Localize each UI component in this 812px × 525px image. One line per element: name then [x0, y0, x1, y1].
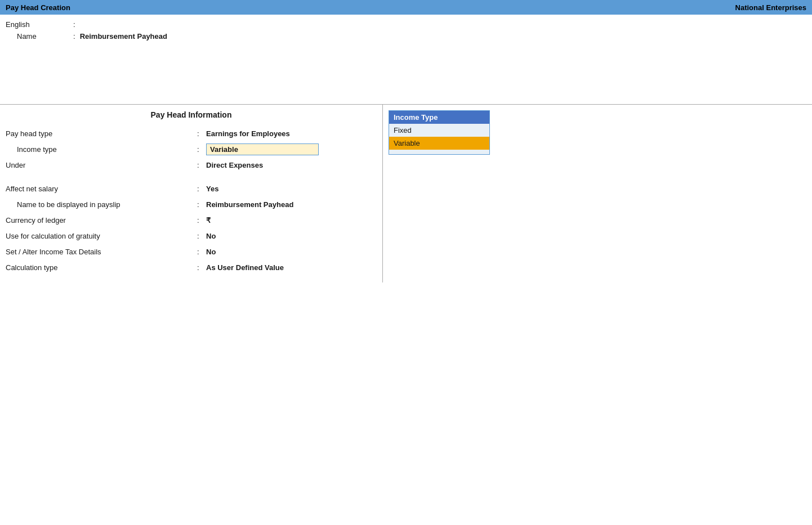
- income-type-label: Income type: [6, 145, 197, 154]
- under-colon: :: [197, 161, 206, 169]
- income-tax-colon: :: [197, 248, 206, 256]
- title-bar-title: Pay Head Creation: [6, 3, 70, 12]
- under-row: Under : Direct Expenses: [6, 159, 377, 171]
- income-type-value[interactable]: Variable: [206, 143, 319, 155]
- right-panel: Income Type Fixed Variable: [383, 105, 812, 282]
- gratuity-value: No: [206, 232, 216, 240]
- pay-head-type-colon: :: [197, 129, 206, 138]
- payslip-name-value: Reimbursement Payhead: [206, 200, 293, 209]
- income-tax-value: No: [206, 248, 216, 256]
- currency-label: Currency of ledger: [6, 216, 197, 225]
- name-colon: :: [73, 32, 75, 41]
- currency-value: ₹: [206, 216, 211, 225]
- income-type-dropdown[interactable]: Income Type Fixed Variable: [389, 110, 490, 155]
- calculation-type-colon: :: [197, 263, 206, 272]
- language-label: English: [6, 20, 73, 29]
- income-type-row[interactable]: Income type : Variable: [6, 143, 377, 155]
- affect-net-salary-label: Affect net salary: [6, 185, 197, 193]
- dropdown-header: Income Type: [389, 111, 489, 124]
- calculation-type-label: Calculation type: [6, 263, 197, 272]
- language-row: English :: [6, 20, 806, 29]
- income-tax-row: Set / Alter Income Tax Details : No: [6, 245, 377, 258]
- payslip-name-label: Name to be displayed in payslip: [6, 200, 197, 209]
- pay-head-type-label: Pay head type: [6, 129, 197, 138]
- affect-net-salary-value: Yes: [206, 185, 218, 193]
- title-bar: Pay Head Creation National Enterprises: [0, 0, 812, 15]
- dropdown-item-fixed[interactable]: Fixed: [389, 124, 489, 137]
- affect-net-salary-row: Affect net salary : Yes: [6, 182, 377, 195]
- dropdown-spacer: [389, 150, 489, 154]
- income-tax-label: Set / Alter Income Tax Details: [6, 248, 197, 256]
- name-row: Name : Reimbursement Payhead: [6, 32, 806, 41]
- calculation-type-row: Calculation type : As User Defined Value: [6, 261, 377, 273]
- pay-head-type-value: Earnings for Employees: [206, 129, 290, 138]
- gratuity-colon: :: [197, 232, 206, 240]
- payslip-name-colon: :: [197, 200, 206, 209]
- gratuity-label: Use for calculation of gratuity: [6, 232, 197, 240]
- under-value: Direct Expenses: [206, 161, 263, 169]
- payslip-name-row: Name to be displayed in payslip : Reimbu…: [6, 198, 377, 210]
- calculation-type-value: As User Defined Value: [206, 263, 284, 272]
- name-label: Name: [6, 32, 73, 41]
- currency-colon: :: [197, 216, 206, 225]
- dropdown-item-variable[interactable]: Variable: [389, 137, 489, 150]
- currency-row: Currency of ledger : ₹: [6, 214, 377, 226]
- top-section: English : Name : Reimbursement Payhead: [0, 15, 812, 105]
- pay-head-type-row: Pay head type : Earnings for Employees: [6, 127, 377, 140]
- under-label: Under: [6, 161, 197, 169]
- main-section: Pay Head Information Pay head type : Ear…: [0, 105, 812, 282]
- title-bar-company: National Enterprises: [735, 3, 806, 12]
- language-colon: :: [73, 20, 75, 29]
- spacer1: [6, 174, 377, 182]
- name-value: Reimbursement Payhead: [80, 32, 167, 41]
- left-panel: Pay Head Information Pay head type : Ear…: [0, 105, 383, 282]
- affect-net-salary-colon: :: [197, 185, 206, 193]
- gratuity-row: Use for calculation of gratuity : No: [6, 230, 377, 242]
- section-title: Pay Head Information: [6, 110, 377, 119]
- income-type-colon: :: [197, 145, 206, 154]
